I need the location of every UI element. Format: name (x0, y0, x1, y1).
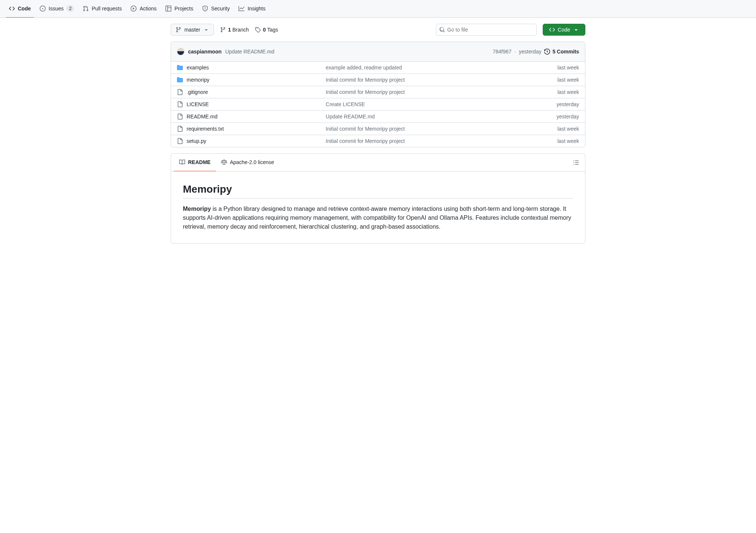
file-listing: caspianmoon Update README.md 784f967 · y… (171, 42, 585, 147)
readme-body-strong: Memoripy (183, 206, 211, 212)
tab-actions-label: Actions (139, 6, 157, 12)
tab-license[interactable]: Apache-2.0 license (216, 154, 279, 171)
tab-insights-label: Insights (247, 6, 265, 12)
tags-link[interactable]: 0 Tags (255, 27, 278, 33)
book-icon (179, 159, 185, 165)
go-to-file-input[interactable] (445, 27, 533, 33)
code-dropdown-button[interactable]: Code (543, 24, 585, 36)
pull-request-icon (83, 6, 89, 12)
repo-toolbar: master 1 Branch 0 Tags Code (171, 24, 585, 36)
caret-down-icon (573, 27, 579, 33)
file-row: examplesexample added, readme updatedlas… (171, 62, 585, 74)
issue-icon (40, 6, 46, 12)
commits-history-link[interactable]: 5 Commits (544, 49, 579, 55)
play-icon (131, 6, 137, 12)
file-icon (177, 89, 183, 95)
tag-count-label: Tags (267, 27, 278, 33)
tab-readme[interactable]: README (174, 154, 216, 171)
branch-count-label: Branch (232, 27, 249, 33)
file-name-link[interactable]: examples (187, 65, 209, 71)
tab-readme-label: README (188, 159, 211, 165)
file-commit-msg[interactable]: Initial commit for Memoripy project (326, 138, 405, 144)
file-name-link[interactable]: LICENSE (187, 101, 209, 107)
git-branch-icon (220, 27, 226, 33)
search-icon (439, 27, 445, 33)
commits-count: 5 Commits (552, 49, 579, 55)
tab-actions[interactable]: Actions (128, 0, 160, 18)
outline-button[interactable] (570, 157, 582, 169)
tab-projects[interactable]: Projects (162, 0, 196, 18)
readme-body-text: is a Python library designed to manage a… (183, 206, 571, 230)
file-icon (177, 114, 183, 120)
tab-code[interactable]: Code (6, 0, 34, 18)
file-row: README.mdUpdate README.mdyesterday (171, 111, 585, 123)
file-row: LICENSECreate LICENSEyesterday (171, 98, 585, 111)
file-commit-msg[interactable]: Initial commit for Memoripy project (326, 77, 405, 83)
commit-author[interactable]: caspianmoon (188, 49, 221, 55)
law-icon (221, 159, 227, 165)
commit-when[interactable]: yesterday (519, 49, 542, 55)
shield-icon (202, 6, 208, 12)
caret-down-icon (203, 27, 209, 33)
tab-security[interactable]: Security (199, 0, 233, 18)
file-commit-msg[interactable]: Update README.md (326, 114, 375, 120)
code-icon (9, 6, 15, 12)
file-name-link[interactable]: requirements.txt (187, 126, 224, 132)
file-row: requirements.txtInitial commit for Memor… (171, 123, 585, 135)
file-name-link[interactable]: .gitignore (187, 89, 208, 95)
tag-count: 0 (263, 27, 266, 33)
commit-sha[interactable]: 784f967 (493, 49, 512, 55)
issues-counter: 2 (66, 5, 74, 12)
file-time: last week (558, 138, 579, 144)
file-time: last week (558, 89, 579, 95)
tab-projects-label: Projects (174, 6, 193, 12)
git-branch-icon (175, 27, 181, 33)
tab-issues-label: Issues (49, 6, 63, 12)
code-dropdown-label: Code (558, 27, 570, 33)
file-time: yesterday (556, 114, 579, 120)
file-time: yesterday (556, 101, 579, 107)
file-name-link[interactable]: memoripy (187, 77, 209, 83)
folder-icon (177, 65, 183, 71)
file-row: .gitignoreInitial commit for Memoripy pr… (171, 86, 585, 98)
file-icon (177, 138, 183, 144)
file-commit-msg[interactable]: example added, readme updated (326, 65, 402, 71)
latest-commit-bar: caspianmoon Update README.md 784f967 · y… (171, 42, 585, 62)
table-icon (165, 6, 171, 12)
go-to-file-search[interactable] (436, 24, 537, 36)
tab-issues[interactable]: Issues 2 (37, 0, 77, 18)
readme-content: Memoripy Memoripy is a Python library de… (171, 171, 585, 243)
tab-pulls[interactable]: Pull requests (80, 0, 125, 18)
tab-security-label: Security (211, 6, 230, 12)
tab-license-label: Apache-2.0 license (230, 159, 274, 165)
file-time: last week (558, 77, 579, 83)
file-row: setup.pyInitial commit for Memoripy proj… (171, 135, 585, 147)
code-icon (549, 27, 555, 33)
file-commit-msg[interactable]: Initial commit for Memoripy project (326, 89, 405, 95)
readme-title: Memoripy (183, 183, 573, 199)
file-icon (177, 101, 183, 107)
graph-icon (239, 6, 244, 12)
file-name-link[interactable]: setup.py (187, 138, 206, 144)
commit-sep: · (515, 49, 516, 55)
file-commit-msg[interactable]: Create LICENSE (326, 101, 365, 107)
tab-code-label: Code (18, 6, 31, 12)
file-time: last week (558, 126, 579, 132)
current-branch-label: master (184, 27, 200, 33)
branch-count: 1 (228, 27, 231, 33)
tab-insights[interactable]: Insights (236, 0, 268, 18)
commit-message[interactable]: Update README.md (225, 49, 274, 55)
tag-icon (255, 27, 261, 33)
history-icon (544, 49, 550, 55)
file-name-link[interactable]: README.md (187, 114, 217, 120)
avatar[interactable] (177, 48, 184, 55)
file-row: memoripyInitial commit for Memoripy proj… (171, 74, 585, 86)
branches-link[interactable]: 1 Branch (220, 27, 249, 33)
file-icon (177, 126, 183, 132)
file-commit-msg[interactable]: Initial commit for Memoripy project (326, 126, 405, 132)
file-time: last week (558, 65, 579, 71)
list-icon (573, 160, 579, 166)
folder-icon (177, 77, 183, 83)
branch-switcher-button[interactable]: master (171, 24, 214, 36)
branch-info: 1 Branch 0 Tags (220, 27, 278, 33)
